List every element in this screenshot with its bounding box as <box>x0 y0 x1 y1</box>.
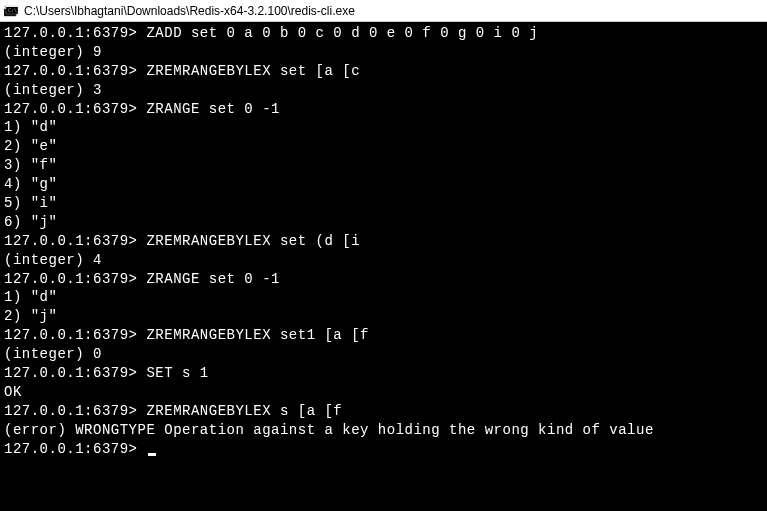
terminal-output-line: 5) "i" <box>4 194 763 213</box>
terminal-command-line: 127.0.0.1:6379> SET s 1 <box>4 364 763 383</box>
terminal-output-line: (integer) 0 <box>4 345 763 364</box>
svg-text:C:\: C:\ <box>8 7 17 13</box>
terminal-output-line: (integer) 3 <box>4 81 763 100</box>
terminal-command-line: 127.0.0.1:6379> <box>4 440 763 459</box>
terminal-command-line: 127.0.0.1:6379> ZRANGE set 0 -1 <box>4 270 763 289</box>
terminal-output-line: (error) WRONGTYPE Operation against a ke… <box>4 421 763 440</box>
terminal-output-line: 1) "d" <box>4 288 763 307</box>
window-title: C:\Users\Ibhagtani\Downloads\Redis-x64-3… <box>24 4 355 18</box>
terminal-command-line: 127.0.0.1:6379> ZREMRANGEBYLEX set [a [c <box>4 62 763 81</box>
terminal-output-line: 1) "d" <box>4 118 763 137</box>
window-title-bar[interactable]: C:\ C:\Users\Ibhagtani\Downloads\Redis-x… <box>0 0 767 22</box>
terminal-command-line: 127.0.0.1:6379> ZREMRANGEBYLEX set (d [i <box>4 232 763 251</box>
terminal-output[interactable]: 127.0.0.1:6379> ZADD set 0 a 0 b 0 c 0 d… <box>0 22 767 511</box>
app-icon: C:\ <box>4 5 18 17</box>
terminal-output-line: 2) "j" <box>4 307 763 326</box>
terminal-output-line: (integer) 9 <box>4 43 763 62</box>
terminal-command-line: 127.0.0.1:6379> ZRANGE set 0 -1 <box>4 100 763 119</box>
terminal-command-line: 127.0.0.1:6379> ZREMRANGEBYLEX set1 [a [… <box>4 326 763 345</box>
terminal-command-line: 127.0.0.1:6379> ZADD set 0 a 0 b 0 c 0 d… <box>4 24 763 43</box>
terminal-command-line: 127.0.0.1:6379> ZREMRANGEBYLEX s [a [f <box>4 402 763 421</box>
terminal-output-line: OK <box>4 383 763 402</box>
terminal-output-line: 6) "j" <box>4 213 763 232</box>
terminal-output-line: 4) "g" <box>4 175 763 194</box>
terminal-output-line: 3) "f" <box>4 156 763 175</box>
cursor <box>148 453 156 456</box>
terminal-output-line: 2) "e" <box>4 137 763 156</box>
terminal-output-line: (integer) 4 <box>4 251 763 270</box>
